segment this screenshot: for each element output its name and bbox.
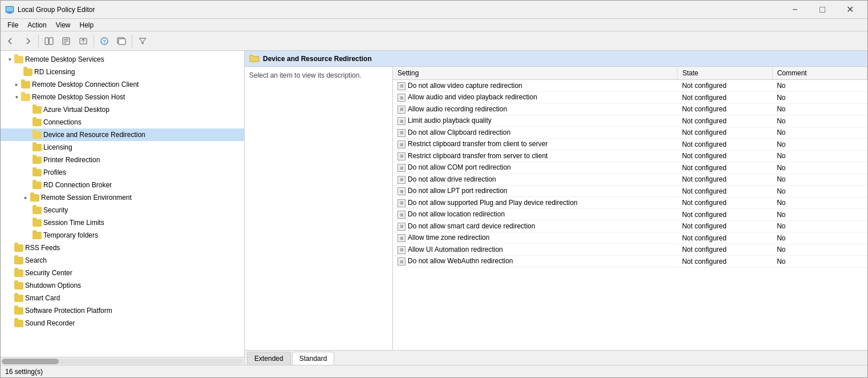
tree-item-rss[interactable]: RSS Feeds (1, 242, 244, 254)
expander-rds[interactable]: ▾ (5, 55, 14, 64)
table-row[interactable]: ⊞Allow audio recording redirectionNot co… (393, 103, 867, 115)
table-row[interactable]: ⊞Do not allow COM port redirectionNot co… (393, 162, 867, 174)
scrollbar-track[interactable] (2, 359, 243, 364)
menu-help[interactable]: Help (75, 20, 99, 30)
expander-pr (23, 155, 33, 164)
tree-item-device-resource[interactable]: Device and Resource Redirection (1, 128, 244, 141)
policy-icon: ⊞ (398, 222, 408, 231)
tree-item-security[interactable]: Security (1, 204, 244, 216)
setting-comment: No (772, 244, 867, 256)
settings-panel[interactable]: Setting State Comment ⊞Do not allow vide… (393, 67, 867, 350)
table-row[interactable]: ⊞Do not allow location redirectionNot co… (393, 209, 867, 221)
setting-name-text: Do not allow drive redirection (408, 175, 496, 183)
tree-container[interactable]: ▾ Remote Desktop Services RD Licensing ▸ (1, 51, 244, 357)
table-row[interactable]: ⊞Do not allow drive redirectionNot confi… (393, 174, 867, 186)
maximize-button[interactable]: □ (809, 2, 835, 17)
setting-comment: No (772, 103, 867, 115)
folder-icon-tf (33, 231, 42, 240)
new-window-button[interactable] (113, 34, 129, 49)
table-row[interactable]: ⊞Do not allow video capture redirectionN… (393, 80, 867, 92)
setting-name-cell: ⊞Do not allow supported Plug and Play de… (393, 197, 678, 209)
help-button[interactable]: ? (96, 34, 112, 49)
table-row[interactable]: ⊞Allow UI Automation redirectionNot conf… (393, 244, 867, 256)
filter-button[interactable] (135, 34, 151, 49)
table-row[interactable]: ⊞Do not allow supported Plug and Play de… (393, 197, 867, 209)
tree-item-rdcb[interactable]: RD Connection Broker (1, 179, 244, 191)
table-row[interactable]: ⊞Restrict clipboard transfer from server… (393, 150, 867, 162)
expander-conn (23, 118, 33, 127)
folder-icon-avd (33, 105, 42, 114)
table-row[interactable]: ⊞Allow audio and video playback redirect… (393, 92, 867, 104)
tree-item-spp[interactable]: Software Protection Platform (1, 304, 244, 317)
tree-item-stl[interactable]: Session Time Limits (1, 216, 244, 229)
menu-view[interactable]: View (51, 20, 75, 30)
tree-item-rdcc[interactable]: ▸ Remote Desktop Connection Client (1, 78, 244, 91)
setting-comment: No (772, 150, 867, 162)
tree-item-rdsh[interactable]: ▾ Remote Desktop Session Host (1, 91, 244, 103)
tree-item-profiles[interactable]: Profiles (1, 166, 244, 179)
setting-state: Not configured (678, 80, 772, 92)
table-row[interactable]: ⊞Limit audio playback qualityNot configu… (393, 115, 867, 127)
tree-item-connections[interactable]: Connections (1, 116, 244, 128)
expander-rse[interactable]: ▸ (21, 193, 30, 202)
expander-rdcc[interactable]: ▸ (12, 80, 21, 89)
table-row[interactable]: ⊞Do not allow smart card device redirect… (393, 220, 867, 232)
policy-icon: ⊞ (398, 140, 408, 149)
minimize-button[interactable]: − (782, 2, 808, 17)
folder-icon-rdcb (33, 180, 42, 190)
tree-label-stl: Session Time Limits (43, 219, 104, 227)
tab-extended[interactable]: Extended (247, 352, 291, 365)
forward-button[interactable] (20, 34, 36, 49)
table-row[interactable]: ⊞Do not allow LPT port redirectionNot co… (393, 186, 867, 198)
setting-name-text: Do not allow WebAuthn redirection (408, 257, 513, 265)
expander-lic (23, 143, 33, 152)
col-state[interactable]: State (678, 67, 772, 80)
tree-item-shutdown[interactable]: Shutdown Options (1, 279, 244, 292)
tree-item-remote-desktop-services[interactable]: ▾ Remote Desktop Services (1, 53, 244, 66)
tree-label-prof: Profiles (43, 168, 66, 176)
close-button[interactable]: ✕ (837, 2, 863, 17)
setting-name-text: Limit audio playback quality (408, 116, 492, 124)
policy-icon: ⊞ (398, 210, 408, 219)
back-button[interactable] (3, 34, 19, 49)
tree-item-security-center[interactable]: Security Center (1, 267, 244, 279)
setting-state: Not configured (678, 150, 772, 162)
tree-item-search[interactable]: Search (1, 254, 244, 267)
col-comment[interactable]: Comment (772, 67, 867, 80)
tree-item-licensing[interactable]: Licensing (1, 141, 244, 154)
expander-search (5, 256, 14, 265)
setting-name-cell: ⊞Allow audio recording redirection (393, 103, 678, 115)
properties-button[interactable] (58, 34, 74, 49)
table-row[interactable]: ⊞Allow time zone redirectionNot configur… (393, 232, 867, 244)
expander-shutdown (5, 281, 14, 290)
menu-file[interactable]: File (3, 20, 23, 30)
tree-item-temp-folders[interactable]: Temporary folders (1, 229, 244, 242)
tree-label-search: Search (25, 256, 47, 264)
table-row[interactable]: ⊞Do not allow WebAuthn redirectionNot co… (393, 256, 867, 268)
menu-action[interactable]: Action (23, 20, 51, 30)
setting-comment: No (772, 232, 867, 244)
tree-item-rd-licensing[interactable]: RD Licensing (1, 66, 244, 78)
tab-standard[interactable]: Standard (292, 352, 335, 365)
description-panel: Select an item to view its description. (245, 67, 393, 350)
left-panel-scrollbar[interactable] (1, 357, 244, 365)
tree-item-sound-recorder[interactable]: Sound Recorder (1, 317, 244, 329)
export-button[interactable] (75, 34, 91, 49)
expander-rdsh[interactable]: ▾ (12, 93, 21, 102)
folder-icon-rdl (23, 67, 33, 77)
tree-item-rse[interactable]: ▸ Remote Session Environment (1, 191, 244, 204)
setting-comment: No (772, 80, 867, 92)
show-hide-tree-button[interactable] (41, 34, 57, 49)
svg-rect-15 (119, 39, 125, 45)
main-window: Local Group Policy Editor − □ ✕ File Act… (0, 0, 868, 378)
folder-icon-prof (33, 168, 42, 177)
folder-icon-conn (33, 118, 42, 127)
tree-item-smartcard[interactable]: Smart Card (1, 292, 244, 304)
scrollbar-thumb[interactable] (2, 359, 59, 364)
table-row[interactable]: ⊞Do not allow Clipboard redirectionNot c… (393, 127, 867, 139)
tree-item-avd[interactable]: Azure Virtual Desktop (1, 103, 244, 116)
col-setting[interactable]: Setting (393, 67, 678, 80)
tree-item-printer[interactable]: Printer Redirection (1, 154, 244, 166)
table-row[interactable]: ⊞Restrict clipboard transfer from client… (393, 139, 867, 151)
right-panel: Device and Resource Redirection Select a… (245, 51, 867, 365)
